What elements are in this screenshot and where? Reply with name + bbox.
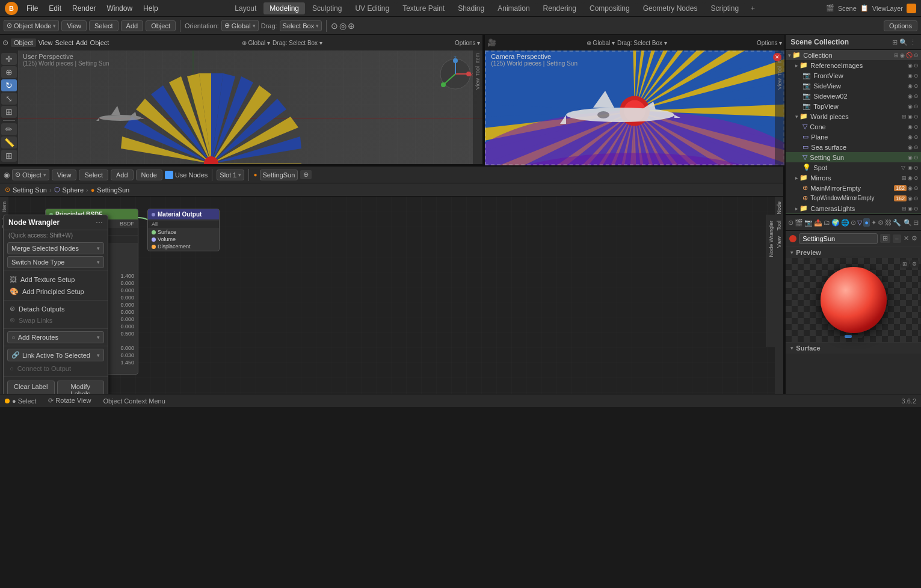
cam-side-view[interactable]: View bbox=[777, 78, 783, 90]
tool-move[interactable]: ⊕ bbox=[1, 66, 17, 78]
view-layer-name[interactable]: ViewLayer bbox=[872, 5, 903, 12]
ne-left-item[interactable]: Item bbox=[1, 199, 8, 215]
camera-perspective-viewport[interactable]: 🎥 ⊕ Global ▾ Drag: Select Box ▾ Options … bbox=[484, 35, 784, 165]
object-menu[interactable]: Object bbox=[146, 20, 176, 31]
prop-tb-object[interactable]: ⊙ bbox=[851, 219, 856, 227]
drag-selector[interactable]: Select Box ▾ bbox=[280, 20, 322, 31]
ne-vtab-view[interactable]: View bbox=[775, 234, 783, 250]
preview-header[interactable]: ▾ Preview bbox=[786, 247, 921, 258]
ne-add-btn[interactable]: Add bbox=[111, 170, 134, 180]
sc-options-icon[interactable]: ⋮ bbox=[910, 38, 916, 46]
snap-magnet-icon[interactable]: ⊙ bbox=[331, 21, 338, 31]
mat-x-btn[interactable]: ✕ bbox=[904, 234, 909, 242]
mat-settings-icon[interactable]: ⚙ bbox=[911, 234, 917, 242]
bc-item-2[interactable]: Sphere bbox=[63, 186, 84, 194]
nw-clear-label-btn[interactable]: Clear Label bbox=[7, 381, 55, 394]
cam-vp-drag[interactable]: Drag: Select Box ▾ bbox=[617, 40, 667, 46]
prop-tb-constraints[interactable]: ⛓ bbox=[885, 219, 892, 226]
object-mode-selector[interactable]: ⊙ Object Mode ▾ bbox=[4, 20, 59, 31]
mat-minus-btn[interactable]: − bbox=[893, 234, 901, 243]
tab-rendering[interactable]: Rendering bbox=[537, 2, 582, 14]
ne-node-btn[interactable]: Node bbox=[136, 170, 162, 180]
tab-layout[interactable]: Layout bbox=[229, 2, 262, 14]
proportional-edit-icon[interactable]: ◎ bbox=[339, 21, 347, 31]
prop-tb-render[interactable]: 📷 bbox=[804, 219, 813, 227]
sc-filter-icon[interactable]: ⊞ bbox=[892, 38, 898, 46]
sc-item-plane[interactable]: ▭ Plane ◉⊙ bbox=[786, 132, 921, 142]
material-name-input[interactable]: SettingSun bbox=[799, 233, 877, 244]
menu-window[interactable]: Window bbox=[102, 3, 137, 14]
vp-side-tool[interactable]: Tool bbox=[475, 66, 481, 76]
prop-tb-layer[interactable]: 🗂 bbox=[824, 219, 830, 226]
tab-animation[interactable]: Animation bbox=[491, 2, 535, 14]
ne-material-selector[interactable]: SettingSun bbox=[260, 170, 298, 180]
nw-swap-links[interactable]: ⊗ Swap Links bbox=[4, 314, 108, 326]
sc-item-setting-sun[interactable]: ▽ Setting Sun ◉⊙ bbox=[786, 152, 921, 162]
ne-wrangler-tab[interactable]: Node Wrangler bbox=[768, 216, 775, 262]
ne-select-btn[interactable]: Select bbox=[79, 170, 108, 180]
menu-file[interactable]: File bbox=[22, 3, 43, 14]
tool-transform[interactable]: ⊞ bbox=[1, 106, 17, 118]
user-perspective-viewport[interactable]: ⊙ Object View Select Add Object ⊕ Global… bbox=[0, 35, 484, 165]
tool-rotate[interactable]: ↻ bbox=[1, 79, 17, 91]
tab-scripting[interactable]: Scripting bbox=[704, 2, 745, 14]
ne-view-btn[interactable]: View bbox=[52, 170, 77, 180]
viewport-header-add-btn[interactable]: Add bbox=[76, 39, 88, 46]
select-menu[interactable]: Select bbox=[89, 20, 119, 31]
bc-item-3[interactable]: SettingSun bbox=[97, 186, 129, 194]
prop-tb-physics[interactable]: ⚙ bbox=[878, 219, 884, 227]
viewport-header-object2-btn[interactable]: Object bbox=[90, 39, 109, 46]
sc-item-sideview[interactable]: 📷 SideView ◉⊙ bbox=[786, 81, 921, 91]
menu-help[interactable]: Help bbox=[138, 3, 163, 14]
cam-vp-orientation[interactable]: ⊕ Global ▾ bbox=[587, 40, 615, 46]
sc-item-reference-images[interactable]: ▸ 📁 ReferenceImages ◉⊙ bbox=[786, 60, 921, 70]
tab-geometry-nodes[interactable]: Geometry Nodes bbox=[637, 2, 704, 14]
prop-tb-world[interactable]: 🌐 bbox=[841, 219, 849, 227]
nw-modify-labels-btn[interactable]: Modify Labels bbox=[57, 381, 105, 394]
sc-item-cameras-lights[interactable]: ▸ 📁 CamerasLights ⊞◉⊙ bbox=[786, 203, 921, 213]
tool-scale[interactable]: ⤡ bbox=[1, 93, 17, 105]
ne-vtab-node[interactable]: Node bbox=[775, 199, 783, 217]
tab-compositing[interactable]: Compositing bbox=[584, 2, 636, 14]
prop-tb-options[interactable]: ⊟ bbox=[913, 219, 919, 227]
tab-texture-paint[interactable]: Texture Paint bbox=[396, 2, 451, 14]
viewport-header-object-btn[interactable]: Object bbox=[11, 38, 36, 47]
nw-add-principled-setup[interactable]: 🎨 Add Principled Setup bbox=[4, 286, 108, 298]
node-canvas[interactable]: Principled BSDF BSDF GGX Random Walk Bas… bbox=[0, 197, 783, 394]
ne-vtab-tool[interactable]: Tool bbox=[775, 218, 783, 233]
menu-edit[interactable]: Edit bbox=[44, 3, 66, 14]
sc-item-sea-surface[interactable]: ▭ Sea surface ◉⊙ bbox=[786, 142, 921, 152]
cam-vp-options[interactable]: Options ▾ bbox=[757, 40, 782, 46]
viewport-options-btn[interactable]: Options ▾ bbox=[455, 40, 480, 46]
sc-item-sideview02[interactable]: 📷 Sideview02 ◉⊙ bbox=[786, 91, 921, 101]
vp-side-item[interactable]: Item bbox=[475, 53, 481, 64]
preview-expand-btn[interactable]: ⊞ bbox=[901, 260, 909, 268]
prop-tb-mods[interactable]: 🔧 bbox=[893, 219, 901, 227]
sc-item-collection[interactable]: ▾ 📁 Collection ⊞ ◉ 🚫 ⊙ bbox=[786, 50, 921, 60]
orientation-selector[interactable]: ⊕ Global ▾ bbox=[221, 20, 259, 31]
nw-detach-outputs[interactable]: ⊗ Detach Outputs bbox=[4, 303, 108, 314]
tool-cursor[interactable]: ✛ bbox=[1, 53, 17, 65]
cam-close-btn[interactable]: ✕ bbox=[773, 53, 781, 61]
tool-measure[interactable]: 📏 bbox=[1, 136, 17, 149]
prop-tb-mesh[interactable]: ▽ bbox=[857, 219, 862, 227]
bc-item-1[interactable]: Setting Sun bbox=[13, 186, 47, 194]
viewport-gizmo[interactable]: X Z Y bbox=[437, 56, 473, 94]
auto-merge-icon[interactable]: ⊕ bbox=[348, 21, 355, 31]
scene-name[interactable]: Scene bbox=[838, 5, 857, 12]
nw-merge-dropdown[interactable]: Merge Selected Nodes ▾ bbox=[7, 242, 104, 254]
ne-slot-selector[interactable]: Slot 1 ▾ bbox=[217, 170, 244, 180]
viewport-header-select-btn[interactable]: Select bbox=[55, 39, 73, 46]
prop-tb-mat[interactable]: ● bbox=[863, 218, 870, 227]
node-material-output[interactable]: Material Output All Surface Volume Displ… bbox=[147, 209, 220, 251]
tool-add[interactable]: ⊞ bbox=[1, 150, 17, 162]
sc-item-spot[interactable]: 💡 Spot ▽ ◉⊙ bbox=[786, 162, 921, 173]
prop-tb-search[interactable]: 🔍 bbox=[904, 219, 912, 227]
mat-dots-btn[interactable]: ⊞ bbox=[880, 234, 890, 243]
nw-switch-node-dropdown[interactable]: Switch Node Type ▾ bbox=[7, 256, 104, 268]
sc-item-mirrors[interactable]: ▸ 📁 Mirrors ⊞◉⊙ bbox=[786, 173, 921, 183]
add-menu[interactable]: Add bbox=[121, 20, 144, 31]
nw-link-active-dropdown[interactable]: 🔗 Link Active To Selected ▾ bbox=[7, 349, 104, 361]
sc-item-world-pieces[interactable]: ▾ 📁 World pieces ⊞◉⊙ bbox=[786, 111, 921, 121]
cam-side-tool[interactable]: Tool bbox=[777, 66, 783, 76]
